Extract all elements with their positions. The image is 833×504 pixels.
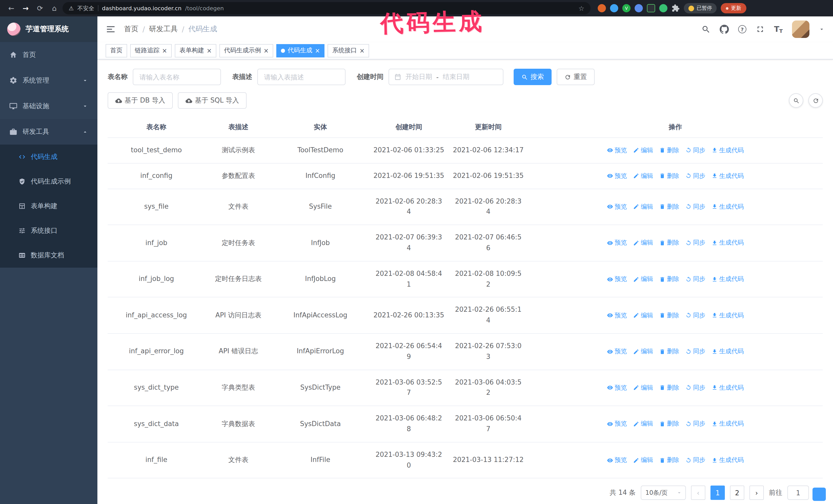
preview-link[interactable]: 预览	[607, 171, 627, 180]
page-button-1[interactable]: 1	[711, 486, 725, 500]
close-icon[interactable]: ×	[162, 47, 167, 54]
sidebar-item-home[interactable]: 首页	[0, 42, 97, 68]
edit-link[interactable]: 编辑	[633, 311, 653, 320]
fullscreen-icon[interactable]	[756, 25, 765, 34]
import-db-button[interactable]: 基于 DB 导入	[108, 92, 173, 109]
delete-link[interactable]: 删除	[659, 419, 679, 428]
search-button[interactable]: 搜索	[514, 69, 552, 85]
forward-icon[interactable]: →	[20, 2, 32, 14]
tab-codegen[interactable]: 代码生成 ×	[276, 44, 325, 57]
sync-link[interactable]: 同步	[685, 202, 705, 211]
tab-tracing[interactable]: 链路追踪 ×	[130, 44, 172, 57]
caret-down-icon[interactable]	[819, 26, 825, 32]
sidebar-item-codegen[interactable]: 代码生成	[0, 145, 97, 169]
preview-link[interactable]: 预览	[607, 347, 627, 356]
extension-icon-1[interactable]	[598, 4, 606, 12]
reload-icon[interactable]: ⟳	[34, 2, 46, 14]
floating-action-button[interactable]	[812, 487, 826, 501]
close-icon[interactable]: ×	[360, 47, 365, 54]
preview-link[interactable]: 预览	[607, 146, 627, 155]
hamburger-icon[interactable]	[105, 24, 116, 34]
sidebar-item-system-api[interactable]: 系统接口	[0, 218, 97, 243]
breadcrumb-home[interactable]: 首页	[124, 25, 138, 34]
extensions-puzzle-icon[interactable]	[671, 4, 680, 12]
bookmark-star-icon[interactable]: ☆	[578, 4, 585, 12]
extension-icon-6[interactable]	[659, 4, 667, 12]
sidebar-item-system[interactable]: 系统管理	[0, 68, 97, 93]
preview-link[interactable]: 预览	[607, 419, 627, 428]
delete-link[interactable]: 删除	[659, 275, 679, 284]
edit-link[interactable]: 编辑	[633, 171, 653, 180]
preview-link[interactable]: 预览	[607, 456, 627, 464]
preview-link[interactable]: 预览	[607, 275, 627, 284]
table-name-input[interactable]	[133, 69, 221, 85]
close-icon[interactable]: ×	[315, 47, 320, 54]
generate-code-link[interactable]: 生成代码	[712, 311, 744, 320]
sync-link[interactable]: 同步	[685, 347, 705, 356]
sync-link[interactable]: 同步	[685, 419, 705, 428]
font-size-icon[interactable]	[774, 25, 783, 34]
date-range-picker[interactable]: 开始日期 - 结束日期	[388, 69, 503, 85]
sync-link[interactable]: 同步	[685, 146, 705, 155]
generate-code-link[interactable]: 生成代码	[712, 419, 744, 428]
update-button[interactable]: 更新	[721, 3, 746, 13]
edit-link[interactable]: 编辑	[633, 347, 653, 356]
delete-link[interactable]: 删除	[659, 347, 679, 356]
generate-code-link[interactable]: 生成代码	[712, 275, 744, 284]
address-bar[interactable]: ⚠ 不安全 dashboard.yudao.iocoder.cn/tool/co…	[63, 2, 591, 14]
generate-code-link[interactable]: 生成代码	[712, 146, 744, 155]
preview-link[interactable]: 预览	[607, 202, 627, 211]
extension-icon-5[interactable]	[647, 4, 655, 12]
close-icon[interactable]: ×	[207, 47, 212, 54]
generate-code-link[interactable]: 生成代码	[712, 202, 744, 211]
extension-icon-3[interactable]: V	[622, 4, 630, 12]
refresh-table-button[interactable]	[808, 93, 823, 108]
generate-code-link[interactable]: 生成代码	[712, 171, 744, 180]
tab-home[interactable]: 首页	[105, 44, 127, 57]
delete-link[interactable]: 删除	[659, 239, 679, 247]
paused-badge[interactable]: 已暂停	[684, 3, 717, 13]
home-icon[interactable]: ⌂	[48, 2, 61, 14]
sidebar-item-infra[interactable]: 基础设施	[0, 93, 97, 119]
avatar[interactable]	[792, 21, 809, 38]
preview-link[interactable]: 预览	[607, 384, 627, 392]
delete-link[interactable]: 删除	[659, 456, 679, 464]
search-icon[interactable]	[701, 25, 711, 34]
extension-icon-2[interactable]	[610, 4, 618, 12]
back-icon[interactable]: ←	[5, 2, 18, 14]
generate-code-link[interactable]: 生成代码	[712, 239, 744, 247]
breadcrumb-devtools[interactable]: 研发工具	[149, 25, 177, 34]
close-icon[interactable]: ×	[263, 47, 269, 54]
page-size-select[interactable]: 10条/页	[641, 486, 686, 500]
table-desc-input[interactable]	[257, 69, 346, 85]
edit-link[interactable]: 编辑	[633, 239, 653, 247]
tab-system-api[interactable]: 系统接口 ×	[328, 44, 369, 57]
help-icon[interactable]	[738, 25, 746, 33]
tab-codegen-example[interactable]: 代码生成示例 ×	[219, 44, 273, 57]
tab-form-builder[interactable]: 表单构建 ×	[175, 44, 216, 57]
sidebar-item-codegen-example[interactable]: 代码生成示例	[0, 169, 97, 194]
generate-code-link[interactable]: 生成代码	[712, 347, 744, 356]
next-page-button[interactable]: ›	[749, 486, 764, 500]
goto-page-input[interactable]	[787, 486, 809, 500]
delete-link[interactable]: 删除	[659, 311, 679, 320]
sync-link[interactable]: 同步	[685, 384, 705, 392]
extension-icon-4[interactable]	[635, 4, 643, 12]
reset-button[interactable]: 重置	[557, 69, 595, 85]
sidebar-item-form-builder[interactable]: 表单构建	[0, 194, 97, 218]
import-sql-button[interactable]: 基于 SQL 导入	[178, 92, 246, 109]
generate-code-link[interactable]: 生成代码	[712, 384, 744, 392]
toggle-search-button[interactable]	[789, 93, 803, 108]
sync-link[interactable]: 同步	[685, 171, 705, 180]
delete-link[interactable]: 删除	[659, 171, 679, 180]
delete-link[interactable]: 删除	[659, 384, 679, 392]
app-logo[interactable]: 芋道管理系统	[0, 17, 97, 42]
edit-link[interactable]: 编辑	[633, 384, 653, 392]
sync-link[interactable]: 同步	[685, 239, 705, 247]
delete-link[interactable]: 删除	[659, 146, 679, 155]
generate-code-link[interactable]: 生成代码	[712, 456, 744, 464]
edit-link[interactable]: 编辑	[633, 456, 653, 464]
edit-link[interactable]: 编辑	[633, 419, 653, 428]
sync-link[interactable]: 同步	[685, 456, 705, 464]
github-icon[interactable]	[720, 25, 729, 34]
